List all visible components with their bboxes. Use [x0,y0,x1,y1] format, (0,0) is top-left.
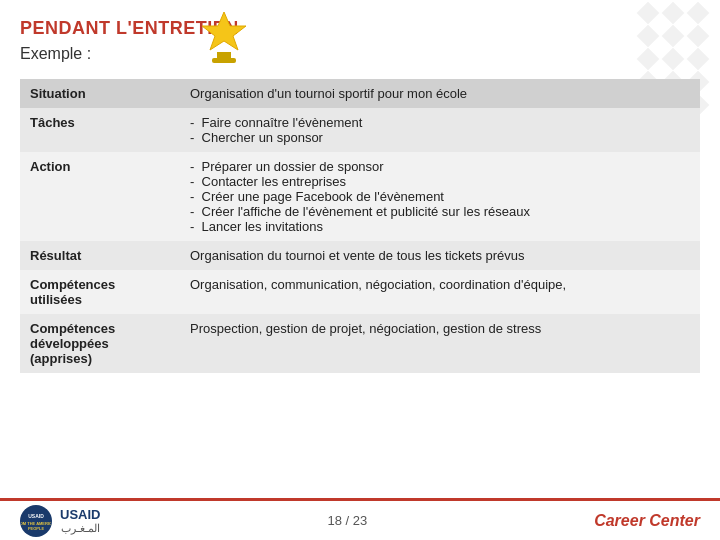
row-label: Compétences développées (apprises) [20,314,180,373]
svg-text:PEOPLE: PEOPLE [28,526,45,531]
table-row: Action - Préparer un dossier de sponsor … [20,152,700,241]
table-container: Situation Organisation d'un tournoi spor… [20,79,700,373]
arabic-label: المـغـرب [60,522,100,535]
svg-marker-15 [202,12,246,50]
table-row: Tâches - Faire connaître l'évènement - C… [20,108,700,152]
row-value: Organisation du tournoi et vente de tous… [180,241,700,270]
trophy-icon [195,8,253,76]
footer-logo: USAID FROM THE AMERICAN PEOPLE USAID الم… [20,505,100,537]
footer: USAID FROM THE AMERICAN PEOPLE USAID الم… [0,498,720,540]
table-row: Compétences utilisées Organisation, comm… [20,270,700,314]
main-table: Situation Organisation d'un tournoi spor… [20,79,700,373]
row-label: Action [20,152,180,241]
svg-rect-16 [217,52,231,58]
row-value: Prospection, gestion de projet, négociat… [180,314,700,373]
exemple-label: Exemple : [20,45,700,63]
header: PENDANT L'ENTRETIEN Exemple : [0,0,720,69]
row-label: Tâches [20,108,180,152]
page-title: PENDANT L'ENTRETIEN [20,18,700,39]
row-value: - Faire connaître l'évènement - Chercher… [180,108,700,152]
usaid-logo-icon: USAID FROM THE AMERICAN PEOPLE [20,505,52,537]
brand-label: Career Center [594,512,700,530]
row-label: Situation [20,79,180,108]
row-value: - Préparer un dossier de sponsor - Conta… [180,152,700,241]
table-row: Situation Organisation d'un tournoi spor… [20,79,700,108]
row-value: Organisation, communication, négociation… [180,270,700,314]
svg-text:USAID: USAID [28,513,44,519]
row-value: Organisation d'un tournoi sportif pour m… [180,79,700,108]
row-label: Compétences utilisées [20,270,180,314]
page-number: 18 / 23 [327,513,367,528]
svg-rect-17 [212,58,236,63]
usaid-label: USAID [60,507,100,522]
page: PENDANT L'ENTRETIEN Exemple : Situation … [0,0,720,540]
table-row: Compétences développées (apprises) Prosp… [20,314,700,373]
row-label: Résultat [20,241,180,270]
table-row: Résultat Organisation du tournoi et vent… [20,241,700,270]
